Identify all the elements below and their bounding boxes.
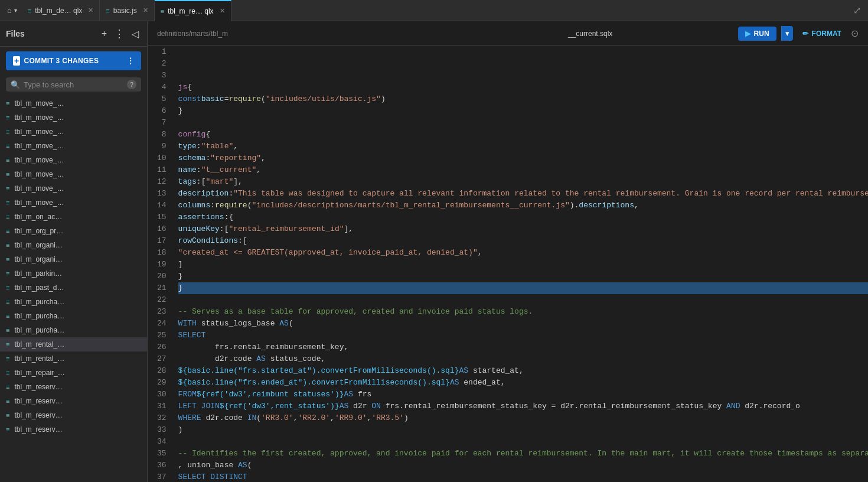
sidebar-title: Files [6,29,94,38]
run-button[interactable]: ▶ RUN [738,27,776,41]
sidebar-toggle-button[interactable]: ◁ [129,27,141,41]
tab-basic-js[interactable]: ≡ basic.js ✕ [100,0,154,21]
code-content: js { const basic = require("includes/uti… [174,46,868,482]
file-name: tbl_m_purcha… [14,312,64,320]
file-item-5[interactable]: ≡tbl_m_move_… [0,167,147,181]
help-icon[interactable]: ? [127,80,136,89]
file-item-14[interactable]: ≡tbl_m_purcha… [0,295,147,309]
tab-close-2[interactable]: ✕ [143,6,148,14]
code-line-18: } [178,282,868,294]
code-line-34: SELECT DISTINCT [178,471,868,482]
code-line-7: schema: "reporting", [178,152,868,164]
line-number-14: 14 [157,200,167,211]
code-line-22: SELECT [178,330,868,341]
file-name: tbl_m_move_… [14,170,64,178]
file-type-icon: ≡ [6,383,9,390]
file-icon-2: ≡ [106,7,109,14]
breadcrumb: definitions/marts/tbl_m [157,30,443,38]
file-item-11[interactable]: ≡tbl_m_organi… [0,252,147,266]
file-item-0[interactable]: ≡tbl_m_move_… [0,96,147,110]
file-type-icon: ≡ [6,256,9,263]
file-item-20[interactable]: ≡tbl_m_reserv… [0,380,147,394]
file-item-10[interactable]: ≡tbl_m_organi… [0,238,147,252]
file-type-icon: ≡ [6,100,9,107]
line-number-2: 2 [157,58,167,70]
commit-button[interactable]: + COMMIT 3 CHANGES ⋮ [6,51,141,70]
line-number-7: 7 [157,117,167,129]
line-number-32: 32 [157,412,167,424]
file-item-23[interactable]: ≡tbl_m_reserv… [0,422,147,437]
format-button[interactable]: ✏ FORMAT [798,27,846,41]
tab-close-1[interactable]: ✕ [88,6,93,14]
file-name: tbl_m_on_ac… [14,213,62,221]
file-item-6[interactable]: ≡tbl_m_move_… [0,181,147,196]
line-number-33: 33 [157,424,167,436]
code-line-13: uniqueKey: ["rental_reimbursement_id"], [178,223,868,235]
file-item-4[interactable]: ≡tbl_m_move_… [0,153,147,167]
file-item-18[interactable]: ≡tbl_m_rental_… [0,351,147,366]
code-line-21: WITH status_logs_base AS ( [178,318,868,330]
format-label: FORMAT [812,30,841,38]
tab-label-3: tbl_m_re… qlx [168,7,213,15]
file-type-icon: ≡ [6,284,9,291]
line-number-22: 22 [157,294,167,306]
file-icon-3: ≡ [161,8,164,15]
file-name: tbl_m_reserv… [14,425,62,434]
file-name: tbl_m_rental_… [14,340,64,349]
file-item-1[interactable]: ≡tbl_m_move_… [0,110,147,125]
file-item-21[interactable]: ≡tbl_m_reserv… [0,394,147,408]
code-line-29: WHERE d2r.code IN ('RR3.0', 'RR2.0', 'RR… [178,412,868,424]
add-file-button[interactable]: + [99,27,109,40]
tab-home[interactable]: ⌂ ▾ [2,0,22,21]
tab-tbl-m-re[interactable]: ≡ tbl_m_re… qlx ✕ [155,0,231,21]
file-item-8[interactable]: ≡tbl_m_on_ac… [0,210,147,224]
file-name: tbl_m_purcha… [14,326,64,334]
file-name: tbl_m_move_… [14,113,64,122]
code-line-30: ) [178,424,868,436]
file-item-16[interactable]: ≡tbl_m_purcha… [0,323,147,337]
editor-extra-action[interactable]: ⊙ [851,28,859,39]
filename: __current.sqlx [568,30,612,38]
more-options-button[interactable]: ⋮ [112,26,127,41]
tab-tbl-m-de[interactable]: ≡ tbl_m_de… qlx ✕ [22,0,100,21]
file-name: tbl_m_rental_… [14,354,64,363]
format-icon: ✏ [802,30,808,38]
file-type-icon: ≡ [6,341,9,348]
file-item-13[interactable]: ≡tbl_m_past_d… [0,281,147,295]
code-line-9: tags: ["mart"], [178,176,868,188]
search-input[interactable] [24,80,123,89]
code-editor[interactable]: 1234567891011121314151617181920212223242… [148,46,868,482]
filename-center: __current.sqlx [448,30,733,38]
file-item-3[interactable]: ≡tbl_m_move_… [0,139,147,153]
file-type-icon: ≡ [6,355,9,362]
home-chevron: ▾ [14,7,17,14]
code-line-4 [178,117,868,129]
file-type-icon: ≡ [6,327,9,334]
file-item-19[interactable]: ≡tbl_m_repair_… [0,366,147,380]
file-name: tbl_m_organi… [14,241,62,249]
line-number-30: 30 [157,389,167,400]
file-name: tbl_m_reserv… [14,397,62,405]
file-type-icon: ≡ [6,128,9,135]
file-item-9[interactable]: ≡tbl_m_org_pr… [0,224,147,238]
tab-label-2: basic.js [113,6,137,15]
run-play-icon: ▶ [745,30,750,38]
file-item-22[interactable]: ≡tbl_m_reserv… [0,408,147,422]
tab-close-3[interactable]: ✕ [220,7,225,15]
code-line-8: name: "t __current", [178,164,868,176]
expand-icon[interactable]: ⤢ [849,5,866,16]
file-item-2[interactable]: ≡tbl_m_move_… [0,125,147,139]
file-name: tbl_m_move_… [14,184,64,193]
file-item-15[interactable]: ≡tbl_m_purcha… [0,309,147,323]
commit-label: COMMIT 3 CHANGES [24,57,99,65]
code-line-26: ${basic.line("frs.ended_at").convertFrom… [178,377,868,389]
run-dropdown-button[interactable]: ▾ [781,26,793,41]
line-number-11: 11 [157,164,167,176]
file-type-icon: ≡ [6,270,9,277]
file-item-7[interactable]: ≡tbl_m_move_… [0,196,147,210]
code-line-27: FROM ${ref('dw3', reimbu nt statuses')} … [178,389,868,400]
line-number-37: 37 [157,471,167,482]
file-item-17[interactable]: ≡tbl_m_rental_… [0,337,147,351]
file-item-12[interactable]: ≡tbl_m_parkin… [0,266,147,281]
file-type-icon: ≡ [6,199,9,206]
